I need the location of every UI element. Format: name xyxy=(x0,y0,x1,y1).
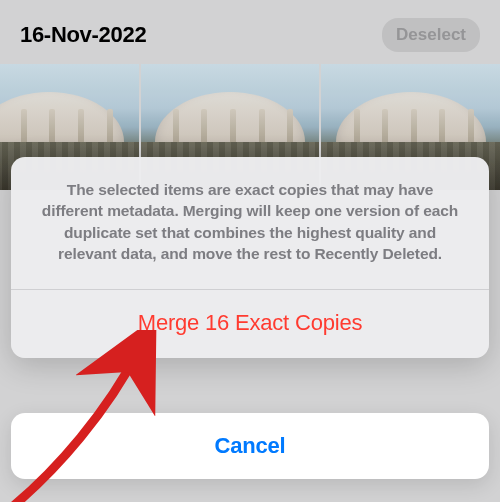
action-sheet: The selected items are exact copies that… xyxy=(11,157,489,358)
cancel-container: Cancel xyxy=(11,413,489,479)
merge-button[interactable]: Merge 16 Exact Copies xyxy=(11,290,489,358)
sheet-message: The selected items are exact copies that… xyxy=(11,157,489,289)
cancel-button[interactable]: Cancel xyxy=(11,413,489,479)
